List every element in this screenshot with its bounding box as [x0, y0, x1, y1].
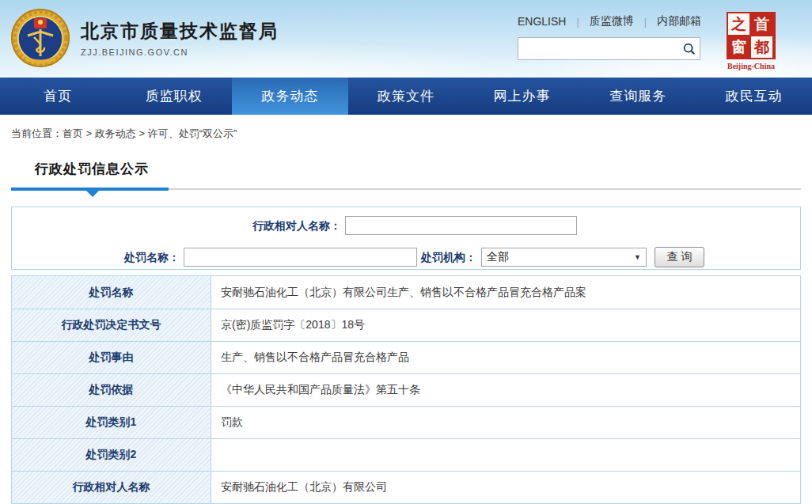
table-row: 处罚名称安耐驰石油化工（北京）有限公司生产、销售以不合格产品冒充合格产品案 — [12, 276, 800, 309]
agency-label: 处罚机构： — [421, 248, 476, 267]
party-name-input[interactable] — [345, 216, 577, 235]
seal-char: 之 — [728, 13, 749, 35]
row-label: 处罚名称 — [12, 276, 211, 309]
table-row: 行政处罚决定书文号京(密)质监罚字〔2018〕18号 — [12, 309, 800, 341]
row-label: 处罚依据 — [12, 374, 211, 406]
row-value: 罚款 — [211, 407, 800, 438]
seal-char: 窗 — [728, 36, 749, 58]
row-label: 处罚类别2 — [12, 439, 211, 471]
nav-item[interactable]: 政民互动 — [696, 78, 812, 115]
nav-item[interactable]: 查询服务 — [580, 78, 696, 115]
nav-item[interactable]: 政策文件 — [348, 78, 465, 115]
top-links: ENGLISH|质监微博|内部邮箱 — [518, 14, 701, 28]
site-name: 北京市质量技术监督局 — [81, 19, 279, 44]
penalty-search-form: 行政相对人名称： 处罚名称： 处罚机构： 全部 ▼ 查 询 — [11, 207, 801, 270]
penalty-name-input[interactable] — [184, 248, 417, 267]
table-row: 处罚依据《中华人民共和国产品质量法》第五十条 — [12, 373, 800, 406]
nav-item[interactable]: 网上办事 — [464, 78, 580, 115]
site-url: ZJJ.BEIJING.GOV.CN — [81, 47, 279, 57]
seal-char: 都 — [751, 36, 772, 58]
underline-arrow — [86, 191, 99, 197]
party-name-label: 行政相对人名称： — [12, 216, 341, 235]
capital-window-seal[interactable]: 之首窗都 Beijing-China — [725, 12, 777, 70]
seal-caption: Beijing-China — [725, 62, 777, 70]
breadcrumb: 当前位置：首页 > 政务动态 > 许可、处罚“双公示” — [0, 115, 812, 141]
title-underline — [11, 188, 801, 197]
table-row: 行政相对人名称安耐驰石油化工（北京）有限公司 — [12, 471, 800, 503]
page-title: 行政处罚信息公示 — [35, 160, 801, 178]
table-row: 处罚类别1罚款 — [12, 406, 800, 438]
table-row: 处罚事由生产、销售以不合格产品冒充合格产品 — [12, 341, 800, 373]
top-link[interactable]: 内部邮箱 — [657, 14, 701, 28]
table-row: 处罚类别2 — [12, 438, 800, 471]
seal-grid: 之首窗都 — [727, 12, 776, 59]
row-value: 安耐驰石油化工（北京）有限公司 — [211, 472, 800, 503]
nav-item-active[interactable]: 政务动态 — [232, 78, 348, 115]
link-separator: | — [644, 16, 647, 28]
chevron-down-icon: ▼ — [634, 253, 641, 261]
row-value — [211, 439, 800, 471]
top-link[interactable]: 质监微博 — [590, 14, 634, 28]
site-header: 北京市质量技术监督局 ZJJ.BEIJING.GOV.CN ENGLISH|质监… — [0, 0, 812, 78]
row-value: 生产、销售以不合格产品冒充合格产品 — [211, 342, 800, 373]
section-head: 行政处罚信息公示 — [11, 141, 801, 197]
agency-selected-value: 全部 — [487, 250, 634, 264]
site-identity: 北京市质量技术监督局 ZJJ.BEIJING.GOV.CN — [81, 19, 279, 57]
row-value: 京(密)质监罚字〔2018〕18号 — [211, 309, 800, 341]
row-value: 安耐驰石油化工（北京）有限公司生产、销售以不合格产品冒充合格产品案 — [211, 276, 800, 309]
penalty-name-label: 处罚名称： — [12, 248, 180, 267]
row-label: 处罚类别1 — [12, 407, 211, 438]
nav-item[interactable]: 首页 — [0, 78, 116, 115]
row-label: 行政相对人名称 — [12, 472, 211, 503]
agency-select[interactable]: 全部 ▼ — [481, 248, 647, 267]
link-separator: | — [576, 16, 579, 28]
row-label: 处罚事由 — [12, 342, 211, 373]
search-icon[interactable] — [679, 42, 700, 56]
seal-char: 首 — [751, 13, 772, 35]
main-nav: 首页质监职权政务动态政策文件网上办事查询服务政民互动 — [0, 78, 812, 115]
top-link[interactable]: ENGLISH — [518, 15, 566, 28]
row-value: 《中华人民共和国产品质量法》第五十条 — [211, 374, 800, 406]
penalty-detail-table: 处罚名称安耐驰石油化工（北京）有限公司生产、销售以不合格产品冒充合格产品案行政处… — [11, 275, 801, 504]
nav-item[interactable]: 质监职权 — [116, 78, 233, 115]
query-button[interactable]: 查 询 — [655, 247, 704, 267]
header-search-box — [518, 37, 700, 60]
bureau-emblem — [9, 6, 71, 70]
row-label: 行政处罚决定书文号 — [12, 309, 211, 341]
header-search-input[interactable] — [518, 38, 679, 59]
